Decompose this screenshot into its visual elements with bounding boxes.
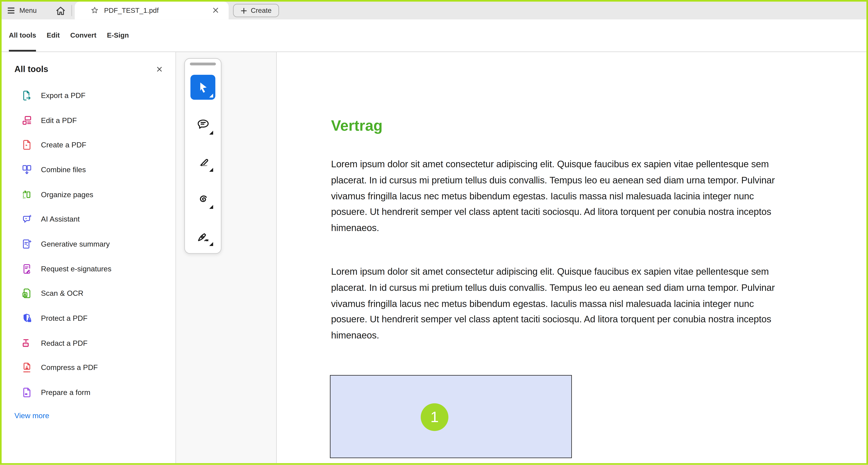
create-pdf-icon: [22, 140, 32, 150]
document-viewport-strip: [176, 52, 277, 463]
tool-item-generative-summary[interactable]: Generative summary: [2, 232, 176, 256]
titlebar: Menu PDF_TEST_1.pdf Create: [2, 2, 866, 19]
scan-ocr-icon: [22, 288, 32, 299]
tool-dropdown-corner: [209, 130, 213, 135]
main-nav: All tools Edit Convert E-Sign: [2, 20, 866, 52]
redact-pdf-icon: [22, 338, 32, 348]
menu-label: Menu: [20, 7, 37, 14]
figure-number-badge: 1: [421, 403, 448, 431]
pdf-page: Vertrag Lorem ipsum dolor sit amet conse…: [277, 52, 866, 463]
toolbar-drag-handle[interactable]: [190, 63, 216, 65]
home-button[interactable]: [54, 4, 66, 17]
request-e-signatures-icon: [22, 263, 32, 274]
tool-list: Export a PDF Edit a PDF Create a PDF: [2, 83, 176, 405]
highlighter-icon: [196, 154, 210, 169]
tool-dropdown-corner: [209, 242, 213, 246]
panel-close-button[interactable]: [156, 65, 163, 73]
nav-tab-label: Edit: [46, 31, 60, 39]
figure-placeholder[interactable]: 1: [330, 375, 572, 458]
close-icon: [156, 65, 163, 73]
app-window: Menu PDF_TEST_1.pdf Create All tools Edi…: [0, 0, 868, 465]
create-button[interactable]: Create: [233, 4, 279, 17]
signature-icon: [196, 229, 210, 243]
document-tab[interactable]: PDF_TEST_1.pdf: [75, 2, 229, 19]
tool-dropdown-corner: [209, 94, 213, 97]
paragraph-1: Lorem ipsum dolor sit amet consectetur a…: [331, 157, 792, 236]
paragraph-2: Lorem ipsum dolor sit amet consectetur a…: [331, 264, 792, 344]
nav-tab-label: E-Sign: [107, 31, 129, 39]
tool-item-compress-a-pdf[interactable]: Compress a PDF: [2, 355, 176, 380]
generative-summary-icon: [22, 239, 32, 249]
tool-item-prepare-a-form[interactable]: Prepare a form: [2, 380, 176, 405]
tool-label: AI Assistant: [41, 215, 80, 223]
nav-tab-edit[interactable]: Edit: [46, 20, 60, 52]
nav-tab-all-tools[interactable]: All tools: [9, 20, 36, 52]
tool-dropdown-corner: [209, 205, 213, 209]
select-cursor-icon: [196, 80, 210, 94]
tool-label: Request e-signatures: [41, 265, 111, 273]
create-label: Create: [251, 7, 272, 14]
tool-label: Create a PDF: [41, 141, 86, 149]
tool-item-protect-a-pdf[interactable]: Protect a PDF: [2, 306, 176, 330]
tool-label: Generative summary: [41, 240, 110, 248]
tool-item-redact-a-pdf[interactable]: Redact a PDF: [2, 330, 176, 355]
tool-item-edit-a-pdf[interactable]: Edit a PDF: [2, 108, 176, 133]
panel-title: All tools: [14, 64, 48, 75]
star-icon[interactable]: [90, 6, 99, 15]
edit-pdf-icon: [22, 115, 32, 125]
tool-dropdown-corner: [209, 168, 213, 172]
compress-pdf-icon: [22, 362, 32, 373]
tool-label: Organize pages: [41, 190, 93, 199]
tool-label: Export a PDF: [41, 91, 85, 99]
tool-item-combine-files[interactable]: Combine files: [2, 157, 176, 182]
tool-label: Redact a PDF: [41, 339, 88, 347]
tool-item-request-e-signatures[interactable]: Request e-signatures: [2, 256, 176, 281]
organize-pages-icon: [22, 189, 32, 200]
document-heading: Vertrag: [331, 117, 382, 135]
tool-item-organize-pages[interactable]: Organize pages: [2, 182, 176, 207]
nav-tab-convert[interactable]: Convert: [70, 20, 96, 52]
home-icon: [55, 5, 65, 16]
close-tab-icon[interactable]: [211, 6, 220, 14]
draw-tool-button[interactable]: [190, 186, 215, 211]
quick-tools-toolbar: [184, 58, 221, 254]
titlebar-separator: [71, 5, 72, 16]
nav-tab-label: All tools: [9, 31, 36, 39]
draw-icon: [196, 192, 210, 206]
prepare-form-icon: [22, 387, 32, 398]
tool-item-scan-ocr[interactable]: Scan & OCR: [2, 281, 176, 306]
tab-title: PDF_TEST_1.pdf: [104, 7, 159, 14]
export-pdf-icon: [22, 90, 32, 100]
tool-label: Compress a PDF: [41, 364, 98, 372]
tool-label: Protect a PDF: [41, 314, 88, 322]
nav-tab-label: Convert: [70, 31, 96, 39]
comment-tool-button[interactable]: [190, 112, 215, 137]
select-tool-button[interactable]: [190, 75, 215, 100]
tool-item-export-a-pdf[interactable]: Export a PDF: [2, 83, 176, 108]
ai-assistant-icon: [22, 214, 32, 224]
all-tools-panel: All tools Export a PDF Edit a PDF: [2, 52, 176, 463]
nav-tab-esign[interactable]: E-Sign: [107, 20, 129, 52]
highlight-tool-button[interactable]: [190, 149, 215, 174]
view-more-link[interactable]: View more: [14, 411, 49, 420]
tool-item-ai-assistant[interactable]: AI Assistant: [2, 207, 176, 232]
tool-label: Prepare a form: [41, 388, 90, 397]
sign-tool-button[interactable]: [190, 223, 215, 248]
tool-label: Edit a PDF: [41, 116, 77, 124]
protect-pdf-icon: [22, 313, 32, 323]
menu-button[interactable]: Menu: [7, 2, 37, 19]
tool-item-create-a-pdf[interactable]: Create a PDF: [2, 133, 176, 157]
tool-label: Combine files: [41, 166, 86, 174]
comment-icon: [196, 117, 210, 132]
hamburger-icon: [7, 7, 15, 14]
tool-label: Scan & OCR: [41, 289, 83, 297]
plus-icon: [240, 7, 248, 14]
combine-files-icon: [22, 165, 32, 175]
